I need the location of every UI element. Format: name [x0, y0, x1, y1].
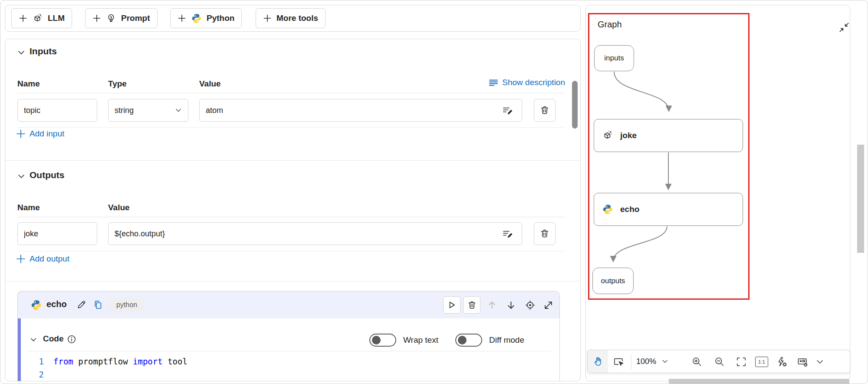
add-output-label: Add output — [30, 254, 69, 264]
more-tools-button[interactable]: More tools — [256, 8, 326, 28]
inputs-row-divider — [17, 127, 565, 128]
zoom-out-icon[interactable] — [713, 356, 726, 368]
zoom-level-value: 100% — [636, 357, 656, 366]
code-text: from promptflow import tool — [53, 355, 187, 368]
more-tools-label: More tools — [276, 13, 318, 23]
section-divider — [5, 160, 581, 161]
hand-icon — [593, 356, 603, 367]
diff-mode-toggle[interactable] — [455, 334, 482, 347]
code-row-divider — [27, 351, 552, 351]
node-title: echo — [46, 299, 67, 309]
add-python-label: Python — [207, 13, 234, 23]
quick-run-settings-icon[interactable] — [776, 356, 788, 368]
left-panel-scrollbar[interactable] — [572, 81, 578, 129]
outputs-row-divider — [17, 251, 565, 252]
add-llm-button[interactable]: LLM — [11, 8, 72, 28]
expand-node-icon[interactable] — [542, 299, 554, 311]
rename-node-pencil-icon[interactable] — [76, 299, 87, 311]
llm-icon — [32, 13, 43, 24]
input-name-field[interactable] — [17, 99, 97, 122]
copy-node-icon[interactable] — [92, 299, 104, 311]
python-icon — [602, 204, 613, 215]
graph-node-label: joke — [620, 131, 637, 140]
code-collapse-chevron-icon[interactable] — [29, 335, 38, 344]
inputs-section-title: Inputs — [30, 46, 57, 56]
toggle-knob — [458, 336, 467, 344]
info-icon[interactable] — [66, 334, 77, 344]
graph-node-label: inputs — [604, 54, 624, 63]
plus-icon — [16, 129, 26, 139]
trash-icon — [467, 300, 477, 310]
input-type-select[interactable]: string — [108, 99, 188, 122]
line-number: 2 — [27, 368, 53, 381]
chevron-down-icon — [661, 358, 668, 365]
graph-horizontal-scrollbar[interactable] — [669, 379, 849, 384]
fit-to-screen-icon[interactable] — [735, 356, 747, 368]
node-display-settings-icon[interactable] — [796, 356, 809, 368]
select-tool-icon[interactable] — [612, 356, 625, 368]
plus-icon — [16, 254, 26, 264]
section-divider — [5, 281, 581, 281]
more-graph-options-chevron-icon[interactable] — [814, 357, 825, 367]
play-icon — [447, 300, 457, 310]
actual-size-button[interactable]: 1:1 — [755, 357, 768, 367]
add-prompt-label: Prompt — [121, 13, 150, 23]
outputs-section-title: Outputs — [30, 170, 64, 180]
inputs-col-type: Type — [108, 79, 127, 89]
delete-output-button[interactable] — [534, 222, 556, 245]
open-value-editor-icon[interactable] — [500, 104, 516, 116]
delete-node-button[interactable] — [463, 296, 480, 314]
output-name-field[interactable] — [17, 222, 97, 245]
zoom-level-dropdown[interactable]: 100% — [636, 350, 668, 373]
delete-input-button[interactable] — [534, 99, 556, 122]
inputs-col-value: Value — [199, 79, 221, 89]
wrap-text-toggle[interactable] — [369, 334, 396, 347]
add-llm-label: LLM — [48, 13, 65, 23]
graph-toolbar: 100% 1:1 — [587, 350, 850, 373]
graph-node-inputs[interactable]: inputs — [594, 45, 634, 71]
outputs-collapse-chevron-icon[interactable] — [16, 172, 26, 181]
inputs-header-divider — [17, 93, 565, 93]
show-description-link[interactable]: Show description — [460, 77, 565, 88]
zoom-in-icon[interactable] — [691, 356, 703, 368]
inputs-col-name: Name — [17, 79, 40, 89]
run-node-button[interactable] — [443, 296, 460, 314]
input-value-field[interactable] — [199, 99, 522, 122]
plus-icon — [92, 14, 101, 23]
show-description-label: Show description — [502, 78, 565, 87]
locate-node-in-graph-icon[interactable] — [524, 299, 536, 311]
move-node-up-icon[interactable] — [486, 299, 498, 311]
output-value-field[interactable] — [108, 222, 522, 245]
add-input-link[interactable]: Add input — [16, 129, 64, 139]
add-output-link[interactable]: Add output — [16, 254, 69, 264]
plus-icon — [263, 14, 272, 23]
promptflow-editor: LLM Prompt Python More tools Inputs Name… — [0, 0, 868, 384]
outputs-col-value: Value — [108, 203, 130, 212]
move-node-down-icon[interactable] — [505, 299, 517, 311]
graph-node-joke[interactable]: joke — [594, 119, 743, 152]
add-prompt-button[interactable]: Prompt — [85, 8, 158, 28]
diff-mode-label: Diff mode — [489, 335, 524, 345]
code-line: 1 from promptflow import tool — [27, 355, 552, 368]
trash-icon — [539, 228, 550, 239]
code-section-title: Code — [43, 334, 64, 344]
open-value-editor-icon[interactable] — [500, 228, 516, 240]
graph-node-echo[interactable]: echo — [594, 193, 743, 226]
plus-icon — [178, 14, 186, 23]
toolbar-divider — [631, 354, 631, 370]
add-python-button[interactable]: Python — [170, 8, 242, 28]
pan-tool-button[interactable] — [588, 350, 608, 373]
code-editor[interactable]: 1 from promptflow import tool 2 — [27, 355, 552, 381]
graph-node-outputs[interactable]: outputs — [592, 268, 634, 294]
chevron-down-icon — [175, 107, 182, 114]
inputs-collapse-chevron-icon[interactable] — [16, 48, 26, 57]
page-vertical-scrollbar[interactable] — [857, 145, 864, 253]
lightbulb-icon — [106, 13, 116, 23]
graph-title: Graph — [598, 20, 622, 30]
line-number: 1 — [27, 355, 53, 368]
description-lines-icon — [488, 77, 499, 88]
node-card-header: echo python — [18, 291, 559, 318]
trash-icon — [539, 105, 550, 116]
python-icon — [30, 299, 42, 311]
collapse-panel-icon[interactable] — [838, 21, 850, 33]
